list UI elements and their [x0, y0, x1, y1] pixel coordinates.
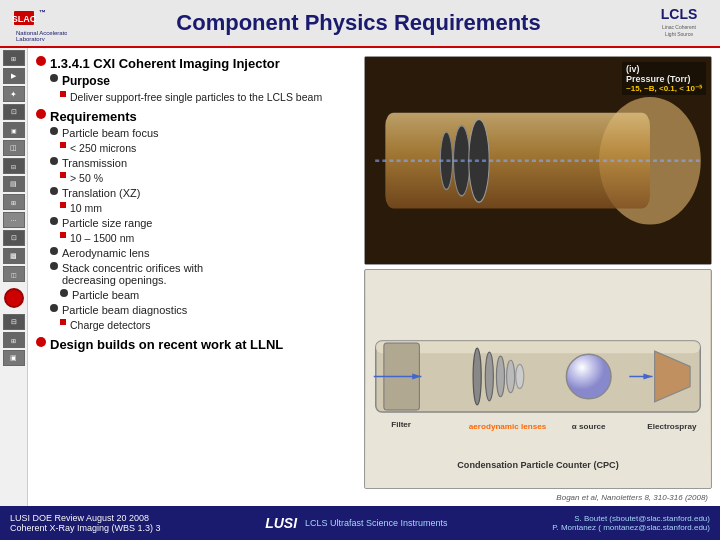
req-item-3-label: Particle size range	[62, 217, 153, 229]
svg-point-26	[516, 365, 524, 389]
svg-text:Filter: Filter	[391, 421, 412, 430]
bullet-purpose	[50, 74, 58, 82]
req-sub-6-row: Charge detectors	[60, 319, 356, 331]
svg-text:LCLS: LCLS	[661, 6, 698, 22]
req-item-5-label: Stack concentric orifices withdecreasing…	[62, 262, 203, 286]
req-sub-0-row: < 250 microns	[60, 142, 356, 154]
header: SLAC ™ National Accelerator Laboratory C…	[0, 0, 720, 48]
requirements-title: Requirements	[50, 109, 137, 124]
sidebar-icon-16: ▣	[3, 350, 25, 366]
req-item-6-label: Particle beam diagnostics	[62, 304, 187, 316]
svg-text:Light Source: Light Source	[665, 31, 693, 37]
section1-row: 1.3.4.1 CXI Coherent Imaging Injector	[36, 56, 356, 71]
svg-text:aerodynamic lenses: aerodynamic lenses	[469, 423, 547, 432]
svg-point-28	[566, 355, 611, 400]
svg-text:SLAC: SLAC	[12, 14, 37, 24]
req-item-6-row: Particle beam diagnostics	[50, 304, 356, 316]
svg-text:Laboratory: Laboratory	[16, 36, 45, 41]
section1-title: 1.3.4.1 CXI Coherent Imaging Injector	[50, 56, 280, 71]
sidebar-icon-5: ▣	[3, 122, 25, 138]
bullet-sub-6	[60, 319, 66, 325]
req-item-1-row: Transmission	[50, 157, 356, 169]
sidebar-icon-12: ▩	[3, 248, 25, 264]
footer-lusi-label: LUSI	[265, 515, 297, 531]
svg-point-24	[496, 357, 504, 398]
footer-review-line: LUSI DOE Review August 20 2008	[10, 513, 161, 523]
footer: LUSI DOE Review August 20 2008 Coherent …	[0, 506, 720, 540]
purpose-title: Purpose	[62, 74, 110, 88]
req-item-5-row: Stack concentric orifices withdecreasing…	[50, 262, 356, 286]
sidebar-icon-8: ▤	[3, 176, 25, 192]
bullet-requirements	[36, 109, 46, 119]
req-sub-3-row: 10 – 1500 nm	[60, 232, 356, 244]
purpose-item-text: Deliver support-free single particles to…	[70, 91, 322, 103]
req-item-0-row: Particle beam focus	[50, 127, 356, 139]
sidebar-icon-11: ⊡	[3, 230, 25, 246]
text-panel: 1.3.4.1 CXI Coherent Imaging Injector Pu…	[36, 56, 356, 502]
svg-text:Condensation Particle Counter : Condensation Particle Counter (CPC)	[457, 460, 618, 470]
top-image: (iv) Pressure (Torr) ~15, ~B, <0.1, < 10…	[364, 56, 712, 265]
bullet-req-6	[50, 304, 58, 312]
req-sub-1-text: > 50 %	[70, 172, 103, 184]
pressure-iv-label: (iv)	[626, 64, 702, 74]
bottom-image: Filter aerodynamic lenses	[364, 269, 712, 489]
image-panel: (iv) Pressure (Torr) ~15, ~B, <0.1, < 10…	[364, 56, 712, 502]
sidebar-icon-13: ◫	[3, 266, 25, 282]
req-sub-2-row: 10 mm	[60, 202, 356, 214]
lcls-logo: LCLS Linac Coherent Light Source	[650, 5, 708, 41]
req-item-2-row: Translation (XZ)	[50, 187, 356, 199]
bullet-beam	[60, 289, 68, 297]
bullet-req-3	[50, 217, 58, 225]
req-sub-3-text: 10 – 1500 nm	[70, 232, 134, 244]
footer-wbs-line: Coherent X-Ray Imaging (WBS 1.3) 3	[10, 523, 161, 533]
image-top-overlay: (iv) Pressure (Torr) ~15, ~B, <0.1, < 10…	[622, 62, 706, 95]
req-item-beam-label: Particle beam	[72, 289, 139, 301]
req-item-1-label: Transmission	[62, 157, 127, 169]
bullet-req-1	[50, 157, 58, 165]
bullet-req-2	[50, 187, 58, 195]
sidebar-icon-2: ▶	[3, 68, 25, 84]
svg-point-25	[507, 361, 515, 393]
req-item-beam-row: Particle beam	[60, 289, 356, 301]
svg-text:™: ™	[39, 9, 46, 16]
svg-point-23	[485, 353, 493, 402]
svg-text:α source: α source	[572, 423, 606, 432]
req-sub-6-text: Charge detectors	[70, 319, 151, 331]
purpose-row: Purpose	[50, 74, 356, 88]
footer-contact1: S. Boutet (sboutet@slac.stanford.edu)	[552, 514, 710, 523]
req-item-4-row: Aerodynamic lens	[50, 247, 356, 259]
page-title: Component Physics Requirements	[67, 10, 650, 36]
svg-rect-19	[376, 341, 700, 353]
sidebar-icon-3: ✦	[3, 86, 25, 102]
bullet-section1	[36, 56, 46, 66]
req-item-4-label: Aerodynamic lens	[62, 247, 149, 259]
footer-left: LUSI DOE Review August 20 2008 Coherent …	[10, 513, 161, 533]
bullet-sub-1	[60, 172, 66, 178]
sidebar-icon-10: ···	[3, 212, 25, 228]
requirements-row: Requirements	[36, 109, 356, 124]
footer-right: S. Boutet (sboutet@slac.stanford.edu) P.…	[552, 514, 710, 532]
sidebar-icon-6: ◫	[3, 140, 25, 156]
sidebar-icon-9: ⊞	[3, 194, 25, 210]
svg-point-22	[473, 349, 481, 406]
bullet-design	[36, 337, 46, 347]
sidebar-icon-7: ⊟	[3, 158, 25, 174]
req-item-2-label: Translation (XZ)	[62, 187, 140, 199]
design-row: Design builds on recent work at LLNL	[36, 337, 356, 352]
content: 1.3.4.1 CXI Coherent Imaging Injector Pu…	[28, 48, 720, 506]
sidebar-icon-1: ⊞	[3, 50, 25, 66]
bullet-purpose-item	[60, 91, 66, 97]
bullet-sub-0	[60, 142, 66, 148]
req-sub-1-row: > 50 %	[60, 172, 356, 184]
req-sub-2-text: 10 mm	[70, 202, 102, 214]
footer-contact2: P. Montanez ( montanez@slac.stanford.edu…	[552, 523, 710, 532]
purpose-item-row: Deliver support-free single particles to…	[60, 91, 356, 103]
sidebar-icon-4: ⊡	[3, 104, 25, 120]
pressure-values: ~15, ~B, <0.1, < 10⁻⁵	[626, 84, 702, 93]
pressure-torr-label: Pressure (Torr)	[626, 74, 702, 84]
slac-logo: SLAC ™ National Accelerator Laboratory	[12, 5, 67, 41]
footer-center: LUSI LCLS Ultrafast Science Instruments	[265, 515, 447, 531]
attribution: Bogan et al, Nanoletters 8, 310-316 (200…	[364, 493, 712, 502]
bullet-sub-3	[60, 232, 66, 238]
bullet-req-5	[50, 262, 58, 270]
